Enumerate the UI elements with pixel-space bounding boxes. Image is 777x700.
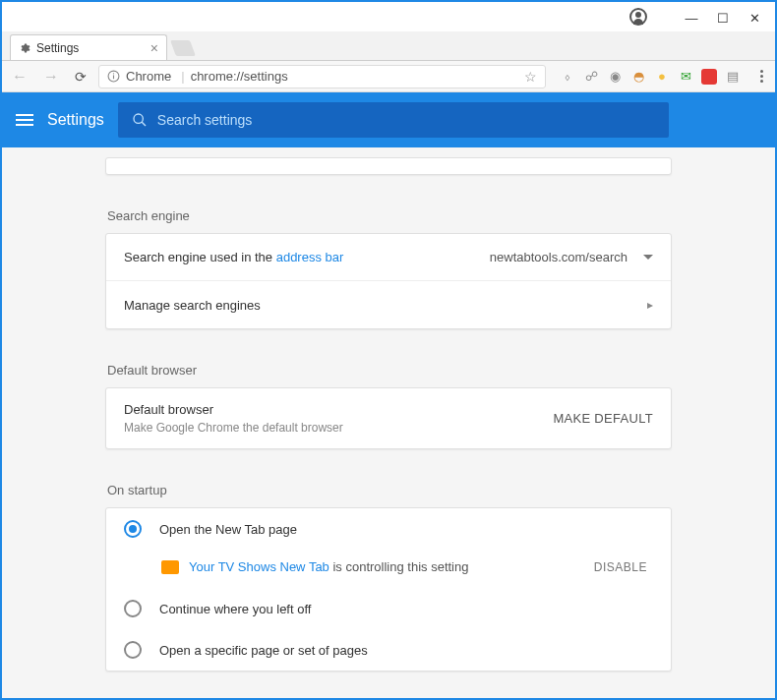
address-bar[interactable]: Chrome | chrome://settings ☆ (98, 65, 546, 88)
startup-option-specific[interactable]: Open a specific page or set of pages (106, 629, 671, 671)
forward-button: → (39, 68, 63, 86)
controlled-suffix: is controlling this setting (329, 559, 469, 574)
section-title: On startup (105, 469, 672, 507)
address-bar-link[interactable]: address bar (276, 250, 344, 264)
ext-icon-7[interactable] (701, 69, 717, 85)
search-engine-row: Search engine used in the address bar ne… (106, 234, 671, 281)
advanced-toggle[interactable]: Advanced (2, 691, 775, 698)
extension-name-link[interactable]: Your TV Shows New Tab (189, 559, 329, 574)
ext-icon-4[interactable]: ◓ (630, 69, 646, 85)
info-icon (107, 70, 120, 83)
manage-search-engines-row[interactable]: Manage search engines ▸ (106, 281, 671, 328)
window-titlebar: — ☐ ✕ (2, 2, 775, 31)
section-title: Search engine (105, 195, 672, 233)
account-icon[interactable] (629, 8, 647, 26)
manage-label: Manage search engines (124, 298, 647, 313)
new-tab-button[interactable] (170, 40, 196, 56)
previous-card-bottom (105, 157, 672, 175)
search-engine-label-prefix: Search engine used in the (124, 250, 276, 264)
row-title: Default browser (124, 402, 553, 417)
row-subtitle: Make Google Chrome the default browser (124, 421, 553, 435)
ext-icon-8[interactable]: ▤ (725, 69, 741, 85)
ext-icon-3[interactable]: ◉ (607, 69, 623, 85)
disable-button[interactable]: DISABLE (594, 560, 653, 574)
extension-icons: ⬨ ☍ ◉ ◓ ● ✉ ▤ (554, 69, 747, 85)
default-browser-row: Default browser Make Google Chrome the d… (106, 388, 671, 448)
section-on-startup: On startup Open the New Tab page Your TV… (105, 469, 672, 671)
ext-icon-5[interactable]: ● (654, 69, 670, 85)
option-label: Open a specific page or set of pages (159, 643, 368, 658)
maximize-button[interactable]: ☐ (716, 11, 730, 25)
svg-point-2 (113, 73, 114, 74)
search-input[interactable] (157, 112, 655, 128)
toolbar: ← → ⟳ Chrome | chrome://settings ☆ ⬨ ☍ ◉… (2, 61, 775, 92)
chevron-down-icon (643, 255, 653, 260)
tab-close-icon[interactable]: × (150, 40, 158, 56)
back-button[interactable]: ← (8, 68, 31, 86)
ext-icon-2[interactable]: ☍ (583, 69, 599, 85)
close-window-button[interactable]: ✕ (747, 11, 761, 25)
menu-icon[interactable] (16, 114, 33, 126)
make-default-button[interactable]: MAKE DEFAULT (553, 411, 653, 426)
bookmark-star-icon[interactable]: ☆ (524, 69, 537, 85)
tab-title: Settings (36, 41, 79, 55)
dropdown-value: newtabtools.com/search (490, 250, 628, 264)
minimize-button[interactable]: — (685, 11, 698, 25)
ext-icon-6[interactable]: ✉ (678, 69, 693, 85)
url-text: chrome://settings (191, 69, 524, 84)
chevron-right-icon: ▸ (647, 298, 653, 312)
extension-badge-icon (161, 560, 179, 574)
section-search-engine: Search engine Search engine used in the … (105, 195, 672, 329)
ext-icon-1[interactable]: ⬨ (560, 69, 575, 85)
settings-content[interactable]: Search engine Search engine used in the … (2, 147, 775, 698)
settings-header: Settings (2, 92, 775, 147)
svg-point-3 (134, 114, 143, 123)
controlled-by-extension: Your TV Shows New Tab is controlling thi… (106, 550, 671, 588)
tab-strip: Settings × (2, 31, 775, 61)
startup-option-continue[interactable]: Continue where you left off (106, 588, 671, 629)
gear-icon (19, 42, 30, 54)
chrome-menu-button[interactable] (754, 70, 769, 83)
section-default-browser: Default browser Default browser Make Goo… (105, 349, 672, 449)
settings-search[interactable] (118, 102, 669, 138)
svg-line-4 (142, 122, 146, 126)
reload-button[interactable]: ⟳ (71, 69, 90, 85)
radio-checked-icon[interactable] (124, 520, 142, 538)
svg-rect-1 (113, 75, 114, 79)
tab-settings[interactable]: Settings × (10, 34, 167, 60)
startup-option-newtab[interactable]: Open the New Tab page (106, 508, 671, 550)
section-title: Default browser (105, 349, 672, 387)
search-icon (132, 112, 148, 128)
url-scheme: Chrome (126, 69, 171, 84)
search-engine-dropdown[interactable]: newtabtools.com/search (490, 250, 653, 264)
page-title: Settings (47, 111, 104, 129)
option-label: Open the New Tab page (159, 522, 297, 537)
radio-icon[interactable] (124, 600, 142, 617)
option-label: Continue where you left off (159, 602, 311, 616)
radio-icon[interactable] (124, 641, 142, 659)
